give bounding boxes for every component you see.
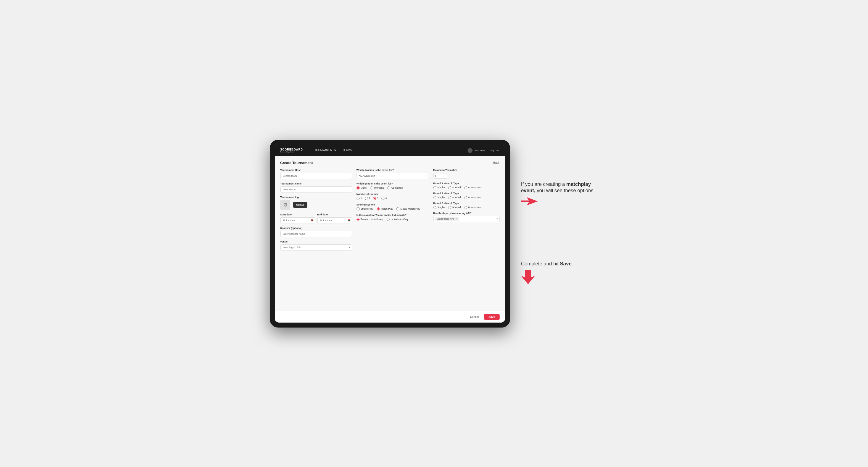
gender-combined-radio[interactable] <box>387 186 390 189</box>
upload-button[interactable]: Upload <box>293 202 308 208</box>
round2-singles-radio[interactable] <box>433 196 436 199</box>
round3-fourball-option[interactable]: Fourball <box>448 206 462 209</box>
max-team-size-group: Maximum Team Size <box>433 169 500 179</box>
gender-womens-option[interactable]: Womens <box>370 186 384 189</box>
round2-foursomes-radio[interactable] <box>464 196 467 199</box>
sponsor-input[interactable] <box>280 231 352 237</box>
tab-teams[interactable]: TEAMS <box>340 148 354 153</box>
sign-out-link[interactable]: Sign out <box>490 149 499 152</box>
teams-individuals-radio[interactable] <box>356 218 360 221</box>
tournament-logo-label: Tournament logo <box>280 196 352 198</box>
medal-match-play-option[interactable]: Medal Match Play <box>396 208 420 211</box>
teams-individuals-option[interactable]: Teams (+Individuals) <box>356 218 383 221</box>
rounds-label: Number of rounds <box>356 193 429 195</box>
venue-input[interactable] <box>280 244 352 250</box>
round2-foursomes-label: Foursomes <box>468 196 481 199</box>
round1-fourball-radio[interactable] <box>448 186 451 189</box>
round2-match-type-label: Round 2 - Match Type <box>433 192 500 195</box>
cancel-button[interactable]: Cancel <box>467 314 482 320</box>
round3-singles-radio[interactable] <box>433 206 436 209</box>
round2-match-type-section: Round 2 - Match Type Singles Fourball <box>433 192 500 199</box>
round1-foursomes-label: Foursomes <box>468 186 481 189</box>
form-grid: Tournament Host Tournament name Tourname… <box>280 169 500 254</box>
tournament-name-label: Tournament name <box>280 182 352 185</box>
round3-match-type-section: Round 3 - Match Type Singles Fourball <box>433 202 500 209</box>
gender-mens-radio[interactable] <box>356 186 360 189</box>
gender-mens-option[interactable]: Mens <box>356 186 367 189</box>
division-select[interactable]: NCAA Division I <box>356 173 429 179</box>
sponsor-label: Sponsor (optional) <box>280 227 352 229</box>
teams-label: Is this event for Teams and/or Individua… <box>356 214 429 217</box>
round1-singles-option[interactable]: Singles <box>433 186 446 189</box>
calendar-icon-end: 📅 <box>347 219 350 222</box>
round1-fourball-label: Fourball <box>453 186 462 189</box>
start-date-input[interactable] <box>280 217 315 223</box>
sponsor-group: Sponsor (optional) <box>280 227 352 237</box>
round-3-label: 3 <box>377 197 379 200</box>
form-footer: Cancel Save <box>275 311 505 322</box>
arrow-left-icon <box>521 197 538 206</box>
match-play-option[interactable]: Match Play <box>377 208 393 211</box>
round1-match-type-label: Round 1 - Match Type <box>433 182 500 185</box>
medal-match-play-radio[interactable] <box>396 208 399 211</box>
round-3-radio[interactable] <box>373 197 376 200</box>
annotation-top-text2: you will see these options. <box>535 188 595 193</box>
round2-foursomes-option[interactable]: Foursomes <box>464 196 481 199</box>
round3-foursomes-option[interactable]: Foursomes <box>464 206 481 209</box>
round-2-radio[interactable] <box>365 197 368 200</box>
round-4-radio[interactable] <box>381 197 384 200</box>
left-column: Tournament Host Tournament name Tourname… <box>280 169 352 254</box>
annotation-bottom-text2: . <box>572 261 573 267</box>
individuals-only-radio[interactable] <box>386 218 390 221</box>
round1-singles-radio[interactable] <box>433 186 436 189</box>
round1-fourball-option[interactable]: Fourball <box>448 186 462 189</box>
start-date-label: Start date <box>280 213 315 216</box>
stroke-play-option[interactable]: Stroke Play <box>356 208 373 211</box>
round-3-option[interactable]: 3 <box>373 197 379 200</box>
round1-foursomes-option[interactable]: Foursomes <box>464 186 481 189</box>
round3-fourball-radio[interactable] <box>448 206 451 209</box>
tab-tournaments[interactable]: TOURNAMENTS <box>312 148 339 153</box>
stroke-play-radio[interactable] <box>356 208 360 211</box>
venue-group: Venue ▾ <box>280 240 352 250</box>
round-4-option[interactable]: 4 <box>381 197 387 200</box>
rounds-radio-group: 1 2 3 <box>356 197 429 200</box>
logo-placeholder-icon: 🖼 <box>280 200 290 210</box>
api-select-wrapper[interactable]: Leaderboard King ✕ ▾ <box>433 216 500 222</box>
back-link[interactable]: ‹ Back <box>492 161 500 164</box>
round-1-radio[interactable] <box>356 197 360 200</box>
round3-match-type-options: Singles Fourball Foursomes <box>433 206 500 209</box>
max-team-size-input[interactable] <box>433 173 447 179</box>
arrow-down-icon <box>521 270 535 284</box>
round1-match-type-options: Singles Fourball Foursomes <box>433 186 500 189</box>
annotation-bottom-bold: Save <box>560 261 572 267</box>
gender-combined-option[interactable]: Combined <box>387 186 403 189</box>
api-tag-close-icon[interactable]: ✕ <box>456 218 458 220</box>
gender-combined-label: Combined <box>391 186 403 189</box>
gender-label: Which gender is the event for? <box>356 182 429 185</box>
individuals-only-option[interactable]: Individuals Only <box>386 218 408 221</box>
round2-fourball-option[interactable]: Fourball <box>448 196 462 199</box>
individuals-only-label: Individuals Only <box>391 218 408 221</box>
teams-group: Is this event for Teams and/or Individua… <box>356 214 429 221</box>
powered-by-text: Powered by clippit <box>280 151 303 153</box>
teams-individuals-label: Teams (+Individuals) <box>361 218 383 221</box>
round3-singles-option[interactable]: Singles <box>433 206 446 209</box>
tournament-name-input[interactable] <box>280 186 352 192</box>
round3-foursomes-radio[interactable] <box>464 206 467 209</box>
round-1-option[interactable]: 1 <box>356 197 362 200</box>
save-button[interactable]: Save <box>484 314 499 320</box>
match-play-radio[interactable] <box>377 208 380 211</box>
round1-foursomes-radio[interactable] <box>464 186 467 189</box>
annotation-top: If you are creating a matchplay event, y… <box>521 181 598 208</box>
round2-fourball-radio[interactable] <box>448 196 451 199</box>
round2-singles-option[interactable]: Singles <box>433 196 446 199</box>
tournament-host-input[interactable] <box>280 173 352 179</box>
end-date-input[interactable] <box>317 217 352 223</box>
round3-fourball-label: Fourball <box>453 206 462 209</box>
round-2-option[interactable]: 2 <box>365 197 370 200</box>
right-column: Maximum Team Size Round 1 - Match Type S… <box>433 169 500 254</box>
round1-match-type-section: Round 1 - Match Type Singles Fourball <box>433 182 500 189</box>
gender-womens-radio[interactable] <box>370 186 373 189</box>
tournament-logo-group: Tournament logo 🖼 Upload <box>280 196 352 210</box>
